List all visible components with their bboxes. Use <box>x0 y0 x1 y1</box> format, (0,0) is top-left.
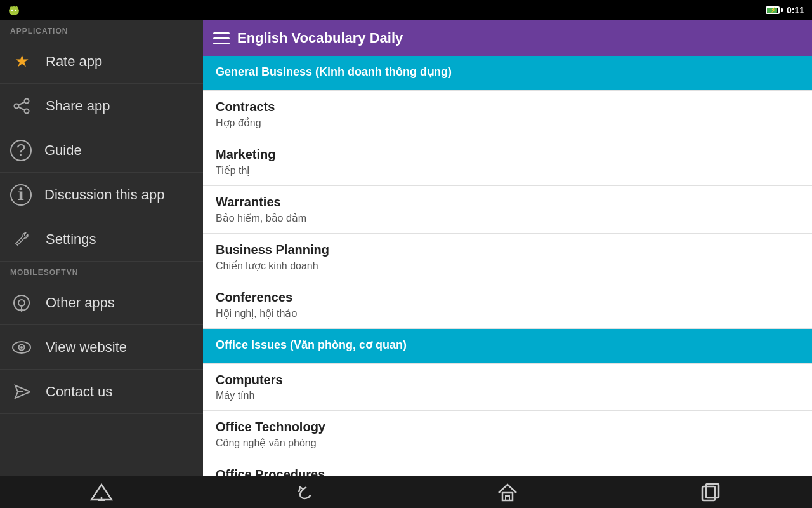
list-item-marketing[interactable]: Marketing Tiếp thị <box>203 138 812 186</box>
discussion-label: Discussion this app <box>44 187 165 203</box>
item-title: Business Planning <box>216 243 799 257</box>
item-subtitle: Bảo hiểm, bảo đảm <box>216 212 799 224</box>
status-bar: ⚡ 0:11 <box>0 0 812 20</box>
battery-icon: ⚡ <box>766 6 783 14</box>
nav-back-button[interactable] <box>285 479 324 505</box>
item-subtitle: Máy tính <box>216 390 799 401</box>
list-item-office-procedures[interactable]: Office Procedures <box>203 458 812 476</box>
svg-point-12 <box>18 300 25 306</box>
item-subtitle: Công nghệ văn phòng <box>216 437 799 449</box>
status-left <box>8 4 20 17</box>
contact-us-label: Contact us <box>46 384 112 400</box>
eye-icon <box>10 336 33 359</box>
item-title: Office Procedures <box>216 467 799 476</box>
svg-point-2 <box>11 10 13 11</box>
svg-line-9 <box>18 102 25 105</box>
item-title: Conferences <box>216 290 799 305</box>
category-office-issues[interactable]: Office Issues (Văn phòng, cơ quan) <box>203 329 812 364</box>
nav-recents-button[interactable] <box>691 479 730 505</box>
svg-rect-1 <box>10 9 18 14</box>
share-app-label: Share app <box>46 98 110 114</box>
content-list: General Business (Kinh doanh thông dụng)… <box>203 56 812 476</box>
share-icon <box>10 95 33 117</box>
star-icon: ★ <box>10 50 33 73</box>
sidebar-item-view-website[interactable]: View website <box>0 325 203 370</box>
content-header: English Vocabulary Daily <box>203 20 812 56</box>
nav-keyboard-button[interactable] <box>82 479 121 505</box>
list-item-warranties[interactable]: Warranties Bảo hiểm, bảo đảm <box>203 186 812 234</box>
guide-label: Guide <box>44 142 82 159</box>
list-item-computers[interactable]: Computers Máy tính <box>203 364 812 411</box>
hamburger-menu-button[interactable] <box>213 32 230 44</box>
sidebar-item-other-apps[interactable]: Other apps <box>0 281 203 325</box>
bottom-nav <box>0 476 812 508</box>
category-title: Office Issues (Văn phòng, cơ quan) <box>216 338 799 352</box>
sidebar-item-rate-app[interactable]: ★ Rate app <box>0 39 203 84</box>
sidebar-item-guide[interactable]: ? Guide <box>0 128 203 173</box>
sidebar-item-discussion[interactable]: ℹ Discussion this app <box>0 173 203 217</box>
rate-app-label: Rate app <box>46 53 102 70</box>
svg-point-7 <box>15 104 19 108</box>
svg-point-15 <box>20 346 23 349</box>
item-title: Contracts <box>216 100 799 114</box>
item-title: Computers <box>216 373 799 387</box>
main-container: APPLICATION ★ Rate app Share app ? Guide <box>0 20 812 476</box>
list-item-business-planning[interactable]: Business Planning Chiến lược kinh doanh <box>203 234 812 281</box>
svg-point-8 <box>25 109 29 113</box>
category-general-business[interactable]: General Business (Kinh doanh thông dụng) <box>203 56 812 91</box>
circle-down-icon <box>10 291 33 314</box>
svg-point-6 <box>25 98 29 103</box>
item-title: Office Technology <box>216 420 799 434</box>
item-subtitle: Tiếp thị <box>216 164 799 177</box>
section-label-application: APPLICATION <box>0 20 203 39</box>
clock: 0:11 <box>787 5 804 15</box>
item-subtitle: Hợp đồng <box>216 117 799 129</box>
list-item-conferences[interactable]: Conferences Hội nghị, hội thảo <box>203 281 812 329</box>
info-icon: ℹ <box>10 184 32 206</box>
wrench-icon <box>10 228 33 251</box>
other-apps-label: Other apps <box>46 295 115 311</box>
svg-line-10 <box>18 107 25 110</box>
nav-home-button[interactable] <box>488 479 527 505</box>
item-title: Warranties <box>216 195 799 210</box>
sidebar-item-contact-us[interactable]: Contact us <box>0 370 203 414</box>
question-icon: ? <box>10 140 32 161</box>
content-area: English Vocabulary Daily General Busines… <box>203 20 812 476</box>
send-icon <box>10 380 33 403</box>
section-label-mobilesoftvn: MOBILESOFTVN <box>0 262 203 281</box>
list-item-office-technology[interactable]: Office Technology Công nghệ văn phòng <box>203 411 812 458</box>
item-subtitle: Hội nghị, hội thảo <box>216 307 799 319</box>
item-title: Marketing <box>216 147 799 162</box>
status-right: ⚡ 0:11 <box>766 5 804 15</box>
settings-label: Settings <box>46 231 96 248</box>
app-title: English Vocabulary Daily <box>237 30 403 46</box>
sidebar-item-share-app[interactable]: Share app <box>0 84 203 128</box>
list-item-contracts[interactable]: Contracts Hợp đồng <box>203 91 812 138</box>
item-subtitle: Chiến lược kinh doanh <box>216 260 799 272</box>
svg-point-3 <box>15 10 16 11</box>
android-icon <box>8 4 20 17</box>
sidebar-item-settings[interactable]: Settings <box>0 217 203 262</box>
view-website-label: View website <box>46 339 127 356</box>
category-title: General Business (Kinh doanh thông dụng) <box>216 65 799 79</box>
sidebar: APPLICATION ★ Rate app Share app ? Guide <box>0 20 203 476</box>
